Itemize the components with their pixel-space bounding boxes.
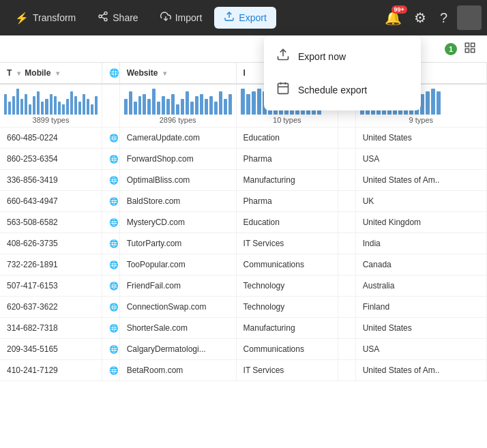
schedule-export-item[interactable]: Schedule export (264, 73, 421, 106)
layout-icon-button[interactable] (461, 40, 479, 58)
cell-industry: Technology (236, 297, 338, 318)
cell-mobile: 660-643-4947 (0, 191, 102, 212)
nav-right-controls: 🔔 99+ ⚙ ? (382, 5, 482, 30)
cell-empty (338, 170, 356, 191)
bar-chart-mobile (4, 87, 98, 115)
nav-export-label: Export (239, 12, 266, 23)
cell-website: TooPopular.com (119, 254, 236, 275)
schedule-export-label: Schedule export (298, 85, 367, 95)
cell-country: United States (355, 128, 486, 149)
cell-website-icon: 🌐 (102, 191, 120, 212)
notification-button[interactable]: 🔔 99+ (382, 7, 404, 29)
nav-share[interactable]: Share (88, 7, 147, 29)
cell-empty (338, 318, 356, 339)
table-row[interactable]: 732-226-1891 🌐 TooPopular.com Communicat… (0, 254, 487, 275)
export-now-label: Export now (298, 51, 346, 62)
table-row[interactable]: 336-856-3419 🌐 OptimalBliss.com Manufact… (0, 170, 487, 191)
toolbar-right: 1 (445, 40, 479, 58)
nav-transform[interactable]: ⚡ Transform (5, 8, 85, 29)
cell-industry: Communications (236, 339, 338, 360)
import-icon (160, 11, 171, 25)
cell-website-icon: 🌐 (102, 233, 120, 254)
chart-label-mobile: 3899 types (4, 116, 98, 124)
cell-website: TutorParty.com (119, 233, 236, 254)
chart-label-country: 9 types (360, 116, 482, 124)
cell-mobile: 563-508-6582 (0, 212, 102, 233)
table-row[interactable]: 507-417-6153 🌐 FriendFail.com Technology… (0, 275, 487, 297)
chart-cell-website: 2896 types (119, 84, 236, 128)
chart-empty-1 (102, 84, 120, 128)
help-button[interactable]: ? (436, 8, 452, 29)
cell-website: ConnectionSwap.com (119, 297, 236, 318)
svg-line-4 (102, 14, 105, 16)
nav-import-label: Import (175, 12, 203, 23)
cell-country: USA (355, 339, 486, 360)
cell-mobile: 408-626-3735 (0, 233, 102, 254)
col-header-website[interactable]: Website ▾ (119, 63, 236, 84)
cell-mobile: 860-253-6354 (0, 149, 102, 170)
cell-website-icon: 🌐 (102, 128, 120, 149)
col-header-globe: 🌐 (102, 63, 120, 84)
cell-empty (338, 360, 356, 381)
table-row[interactable]: 660-643-4947 🌐 BaldStore.com Pharma UK (0, 191, 487, 212)
svg-point-0 (104, 12, 107, 14)
cell-website: MysteryCD.com (119, 212, 236, 233)
nav-share-label: Share (113, 12, 138, 23)
table-row[interactable]: 408-626-3735 🌐 TutorParty.com IT Service… (0, 233, 487, 254)
nav-export[interactable]: Export (214, 7, 276, 29)
cell-mobile: 336-856-3419 (0, 170, 102, 191)
active-badge: 1 (445, 43, 457, 55)
export-dropdown: Export now Schedule export (264, 35, 421, 110)
cell-website-icon: 🌐 (102, 318, 120, 339)
cell-website: ShorterSale.com (119, 318, 236, 339)
calendar-icon (276, 81, 290, 98)
table-row[interactable]: 563-508-6582 🌐 MysteryCD.com Education U… (0, 212, 487, 233)
settings-button[interactable]: ⚙ (410, 7, 430, 29)
cell-industry: Education (236, 128, 338, 149)
cell-industry: Communications (236, 254, 338, 275)
svg-rect-12 (465, 43, 469, 46)
table-row[interactable]: 314-682-7318 🌐 ShorterSale.com Manufactu… (0, 318, 487, 339)
cell-mobile: 507-417-6153 (0, 275, 102, 297)
cell-website-icon: 🌐 (102, 254, 120, 275)
cell-mobile: 209-345-5165 (0, 339, 102, 360)
cell-industry: IT Services (236, 233, 338, 254)
cell-website-icon: 🌐 (102, 170, 120, 191)
cell-empty (338, 212, 356, 233)
cell-country: Canada (355, 254, 486, 275)
cell-country: India (355, 233, 486, 254)
cell-industry: Manufacturing (236, 318, 338, 339)
table-row[interactable]: 860-253-6354 🌐 ForwardShop.com Pharma US… (0, 149, 487, 170)
top-navigation: ⚡ Transform Share Import Export (0, 0, 487, 35)
cell-country: United States of Am.. (355, 360, 486, 381)
table-row[interactable]: 620-637-3622 🌐 ConnectionSwap.com Techno… (0, 297, 487, 318)
table-row[interactable]: 209-345-5165 🌐 CalgaryDermatologi... Com… (0, 339, 487, 360)
nav-import[interactable]: Import (151, 7, 212, 29)
cell-empty (338, 191, 356, 212)
cell-website: CalgaryDermatologi... (119, 339, 236, 360)
cell-industry: Education (236, 212, 338, 233)
chart-label-industry: 10 types (241, 116, 334, 124)
upload-icon (276, 48, 290, 65)
table-row[interactable]: 660-485-0224 🌐 CameraUpdate.com Educatio… (0, 128, 487, 149)
cell-website-icon: 🌐 (102, 297, 120, 318)
cell-website: CameraUpdate.com (119, 128, 236, 149)
data-table: T ▾ Mobile ▾ 🌐 Website ▾ I Country (0, 63, 487, 381)
user-avatar[interactable] (457, 5, 482, 30)
cell-industry: Pharma (236, 191, 338, 212)
cell-industry: Manufacturing (236, 170, 338, 191)
export-now-item[interactable]: Export now (264, 40, 421, 73)
svg-point-2 (104, 18, 107, 21)
bar-chart-website (124, 87, 232, 115)
svg-line-3 (102, 17, 105, 19)
cell-mobile: 732-226-1891 (0, 254, 102, 275)
notification-badge: 99+ (392, 5, 407, 14)
table-row[interactable]: 410-241-7129 🌐 BetaRoom.com IT Services … (0, 360, 487, 381)
cell-industry: IT Services (236, 360, 338, 381)
svg-rect-13 (471, 43, 475, 46)
col-header-mobile[interactable]: T ▾ Mobile ▾ (0, 63, 102, 84)
globe-icon: 🌐 (109, 68, 119, 78)
cell-website-icon: 🌐 (102, 149, 120, 170)
data-table-container: T ▾ Mobile ▾ 🌐 Website ▾ I Country (0, 63, 487, 448)
cell-mobile: 660-485-0224 (0, 128, 102, 149)
